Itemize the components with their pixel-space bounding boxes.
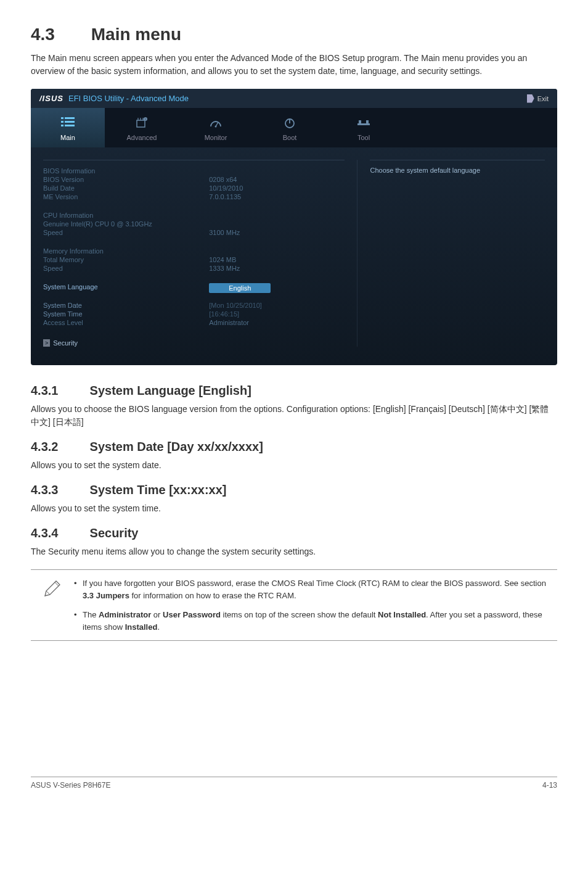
svg-line-19 — [46, 591, 50, 595]
sub-number: 4.3.1 — [31, 384, 86, 398]
note-item-1: If you have forgotten your BIOS password… — [74, 577, 557, 601]
tab-boot-label: Boot — [283, 134, 297, 141]
tab-main-label: Main — [60, 134, 75, 141]
tab-tool-label: Tool — [357, 134, 370, 141]
power-icon — [253, 117, 327, 130]
build-date-value: 10/19/2010 — [209, 184, 345, 192]
security-label: Security — [53, 339, 78, 347]
note-block: If you have forgotten your BIOS password… — [31, 569, 557, 641]
help-text: Choose the system default language — [370, 167, 545, 174]
bios-topbar: /ISUS EFI BIOS Utility - Advanced Mode E… — [31, 89, 557, 108]
chevron-right-icon: > — [43, 339, 50, 347]
tab-advanced-label: Advanced — [127, 134, 157, 141]
svg-text:i: i — [145, 117, 145, 121]
svg-rect-17 — [359, 120, 361, 123]
chip-icon: i — [105, 117, 179, 130]
svg-rect-16 — [357, 123, 370, 125]
sub-431-text: Allows you to choose the BIOS language v… — [31, 403, 557, 429]
memory-speed-label: Speed — [43, 265, 209, 272]
tab-boot[interactable]: Boot — [253, 108, 327, 147]
bios-help-pane: Choose the system default language — [357, 160, 557, 347]
system-time-label: System Time — [43, 310, 209, 318]
footer-right: 4-13 — [542, 781, 557, 790]
cpu-speed-label: Speed — [43, 229, 209, 236]
system-date-value[interactable]: [Mon 10/25/2010] — [209, 302, 345, 309]
memory-speed-value: 1333 MHz — [209, 265, 345, 272]
svg-point-13 — [215, 126, 217, 128]
system-date-label: System Date — [43, 302, 209, 309]
bios-utility-title: EFI BIOS Utility - Advanced Mode — [68, 94, 189, 103]
subsection-433: 4.3.3 System Time [xx:xx:xx] — [31, 483, 557, 497]
system-datetime-group: System Date[Mon 10/25/2010] System Time[… — [43, 301, 345, 327]
cpu-model: Genuine Intel(R) CPU 0 @ 3.10GHz — [43, 220, 345, 228]
subsection-432: 4.3.2 System Date [Day xx/xx/xxxx] — [31, 440, 557, 454]
me-version-label: ME Version — [43, 193, 209, 200]
tab-monitor-label: Monitor — [205, 134, 227, 141]
divider — [370, 160, 545, 160]
svg-rect-2 — [61, 121, 63, 123]
note-item-2: The Administrator or User Password items… — [74, 609, 557, 633]
svg-rect-4 — [61, 125, 63, 126]
svg-rect-3 — [65, 121, 75, 123]
sub-title: System Time [xx:xx:xx] — [90, 483, 227, 497]
system-time-value[interactable]: [16:46:15] — [209, 310, 345, 318]
system-language-value: English — [209, 283, 271, 293]
cpu-speed-value: 3100 MHz — [209, 229, 345, 236]
cpu-info-header: CPU Information — [43, 212, 209, 219]
section-title-text: Main menu — [91, 25, 181, 44]
system-language-row[interactable]: System Language English — [43, 283, 345, 294]
asus-logo: /ISUS — [39, 94, 63, 103]
build-date-label: Build Date — [43, 184, 209, 192]
bios-tab-bar: Main i Advanced — [31, 108, 557, 147]
sub-title: System Language [English] — [90, 384, 251, 397]
gauge-icon — [179, 117, 253, 130]
bios-window: /ISUS EFI BIOS Utility - Advanced Mode E… — [31, 89, 557, 365]
exit-icon — [527, 94, 534, 103]
sub-title: System Date [Day xx/xx/xxxx] — [90, 440, 263, 453]
svg-rect-6 — [137, 120, 145, 127]
exit-button[interactable]: Exit — [527, 94, 549, 103]
svg-rect-18 — [366, 120, 369, 123]
bios-info-header: BIOS Information — [43, 167, 209, 175]
divider — [43, 160, 345, 160]
tab-main[interactable]: Main — [31, 108, 105, 147]
tool-icon — [327, 117, 401, 130]
bios-brand: /ISUS EFI BIOS Utility - Advanced Mode — [39, 94, 189, 103]
system-language-label: System Language — [43, 283, 209, 293]
svg-rect-5 — [65, 125, 75, 126]
tab-tool[interactable]: Tool — [327, 108, 401, 147]
exit-label: Exit — [537, 95, 549, 102]
list-icon — [31, 117, 105, 130]
pencil-icon — [31, 577, 74, 602]
section-heading: 4.3 Main menu — [31, 25, 557, 44]
section-intro: The Main menu screen appears when you en… — [31, 52, 557, 78]
sub-number: 4.3.4 — [31, 526, 86, 540]
memory-info-header: Memory Information — [43, 247, 209, 255]
access-level-label: Access Level — [43, 319, 209, 326]
bios-version-value: 0208 x64 — [209, 176, 345, 183]
sub-434-text: The Security menu items allow you to cha… — [31, 545, 557, 558]
subsection-431: 4.3.1 System Language [English] — [31, 384, 557, 398]
total-memory-value: 1024 MB — [209, 256, 345, 263]
bios-content: BIOS Information BIOS Version0208 x64 Bu… — [31, 147, 557, 365]
footer-left: ASUS V-Series P8H67E — [31, 781, 110, 790]
bios-left-pane: BIOS Information BIOS Version0208 x64 Bu… — [31, 160, 357, 347]
svg-rect-1 — [65, 117, 75, 119]
section-number: 4.3 — [31, 25, 86, 44]
tab-advanced[interactable]: i Advanced — [105, 108, 179, 147]
bios-version-label: BIOS Version — [43, 176, 209, 183]
security-menu-item[interactable]: > Security — [43, 339, 78, 347]
tab-monitor[interactable]: Monitor — [179, 108, 253, 147]
note-list: If you have forgotten your BIOS password… — [74, 577, 557, 633]
sub-432-text: Allows you to set the system date. — [31, 459, 557, 472]
sub-title: Security — [90, 526, 139, 540]
subsection-434: 4.3.4 Security — [31, 526, 557, 540]
sub-number: 4.3.2 — [31, 440, 86, 454]
sub-433-text: Allows you to set the system time. — [31, 502, 557, 515]
bios-info-group: BIOS Information BIOS Version0208 x64 Bu… — [43, 167, 345, 201]
svg-rect-0 — [61, 117, 63, 119]
total-memory-label: Total Memory — [43, 256, 209, 263]
me-version-value: 7.0.0.1135 — [209, 193, 345, 200]
access-level-value: Administrator — [209, 319, 345, 326]
page-footer: ASUS V-Series P8H67E 4-13 — [31, 777, 557, 790]
